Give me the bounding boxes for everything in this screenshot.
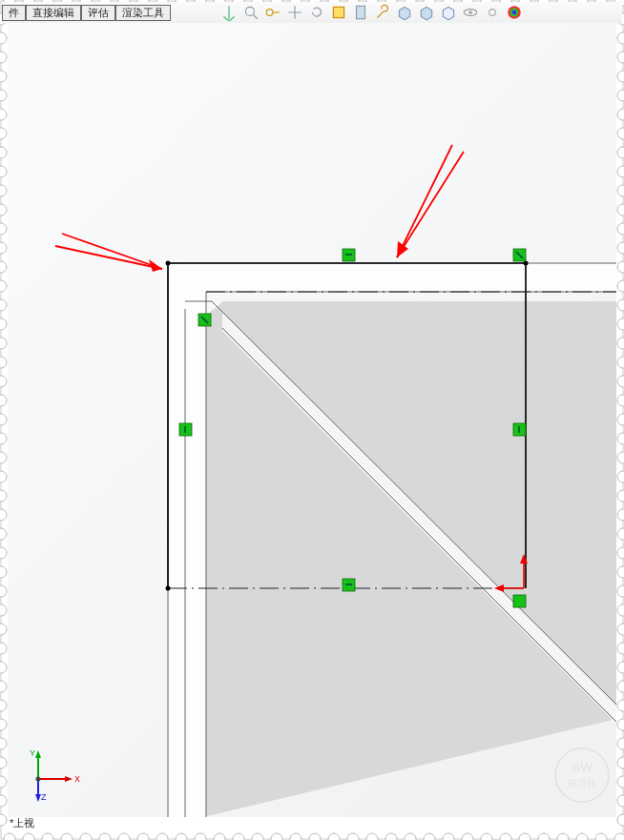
svg-point-173 (617, 242, 624, 254)
svg-point-105 (385, 833, 397, 840)
svg-point-116 (595, 833, 607, 840)
eye-icon[interactable] (462, 4, 479, 21)
zoom-fit-icon[interactable] (242, 4, 260, 21)
svg-point-167 (617, 128, 624, 139)
pan-icon[interactable] (286, 4, 303, 21)
svg-point-201 (617, 776, 624, 788)
svg-point-134 (0, 318, 7, 330)
svg-point-190 (617, 566, 624, 578)
appearance-icon[interactable] (506, 4, 523, 21)
graphics-viewport[interactable] (8, 23, 616, 817)
svg-point-122 (0, 90, 7, 101)
view-indicator: *上视 (10, 816, 34, 830)
svg-text:X: X (74, 774, 80, 784)
svg-point-1 (266, 10, 273, 16)
axis-triad[interactable]: X Y Z (27, 750, 80, 804)
svg-point-91 (118, 833, 130, 840)
svg-point-142 (0, 471, 7, 482)
tab-evaluate[interactable]: 评估 (81, 5, 115, 21)
svg-point-164 (617, 71, 624, 82)
svg-point-156 (0, 738, 7, 749)
svg-rect-2 (333, 7, 343, 17)
svg-point-169 (617, 166, 624, 177)
svg-point-123 (0, 109, 7, 120)
arrow-axis-icon[interactable] (220, 4, 238, 21)
svg-point-104 (366, 833, 378, 840)
svg-rect-27 (513, 595, 526, 607)
key-icon[interactable] (264, 4, 281, 21)
svg-point-139 (0, 414, 7, 425)
svg-point-87 (42, 833, 53, 840)
svg-point-171 (617, 204, 624, 215)
svg-point-168 (617, 147, 624, 158)
svg-rect-3 (357, 6, 365, 19)
svg-point-186 (617, 490, 624, 502)
svg-point-129 (0, 223, 7, 235)
svg-point-97 (233, 833, 244, 840)
svg-point-181 (617, 395, 624, 406)
svg-point-193 (617, 624, 624, 635)
svg-point-163 (617, 51, 624, 63)
svg-point-144 (0, 509, 7, 521)
section-icon[interactable] (330, 4, 347, 21)
svg-point-111 (500, 833, 511, 840)
svg-point-159 (0, 795, 7, 807)
svg-point-86 (23, 833, 34, 840)
tab-direct-edit[interactable]: 直接编辑 (26, 5, 81, 21)
svg-point-187 (617, 509, 624, 521)
svg-point-9 (512, 10, 517, 15)
svg-point-117 (614, 833, 624, 840)
svg-point-119 (0, 32, 7, 44)
svg-point-102 (328, 833, 340, 840)
svg-point-0 (245, 7, 254, 15)
svg-point-166 (617, 109, 624, 120)
svg-point-170 (617, 185, 624, 196)
svg-point-133 (0, 299, 7, 311)
svg-point-151 (0, 643, 7, 654)
box3-icon[interactable] (440, 4, 457, 21)
svg-point-12 (166, 261, 171, 266)
svg-point-199 (617, 738, 624, 749)
svg-point-108 (443, 833, 454, 840)
box2-icon[interactable] (418, 4, 435, 21)
svg-point-137 (0, 376, 7, 387)
svg-point-131 (0, 261, 7, 273)
svg-point-174 (617, 261, 624, 273)
svg-text:Y: Y (30, 750, 35, 758)
svg-marker-37 (397, 241, 408, 257)
svg-point-202 (617, 795, 624, 807)
svg-point-178 (617, 338, 624, 349)
svg-point-112 (519, 833, 530, 840)
svg-point-147 (0, 566, 7, 578)
svg-point-88 (61, 833, 73, 840)
svg-point-121 (0, 71, 7, 82)
annotation-arrow-1 (55, 234, 162, 272)
svg-point-148 (0, 585, 7, 597)
svg-point-100 (290, 833, 302, 840)
svg-point-153 (0, 681, 7, 692)
svg-point-179 (617, 357, 624, 368)
svg-point-149 (0, 604, 7, 616)
document-icon[interactable] (352, 4, 369, 21)
svg-point-132 (0, 280, 7, 292)
tab-part[interactable]: 件 (2, 5, 26, 21)
gear-icon[interactable] (484, 4, 501, 21)
svg-marker-39 (65, 776, 73, 782)
rotate-icon[interactable] (308, 4, 325, 21)
tab-render-tools[interactable]: 渲染工具 (115, 5, 171, 21)
svg-point-189 (617, 547, 624, 559)
svg-point-155 (0, 719, 7, 730)
svg-point-175 (617, 280, 624, 292)
svg-point-98 (252, 833, 263, 840)
wrench-icon[interactable] (374, 4, 391, 21)
svg-point-6 (489, 10, 496, 16)
svg-point-184 (617, 452, 624, 463)
box-icon[interactable] (396, 4, 413, 21)
svg-point-115 (576, 833, 588, 840)
svg-point-138 (0, 395, 7, 406)
svg-point-141 (0, 452, 7, 463)
svg-point-107 (424, 833, 435, 840)
svg-line-35 (397, 152, 464, 257)
svg-point-200 (617, 757, 624, 768)
svg-point-188 (617, 528, 624, 540)
